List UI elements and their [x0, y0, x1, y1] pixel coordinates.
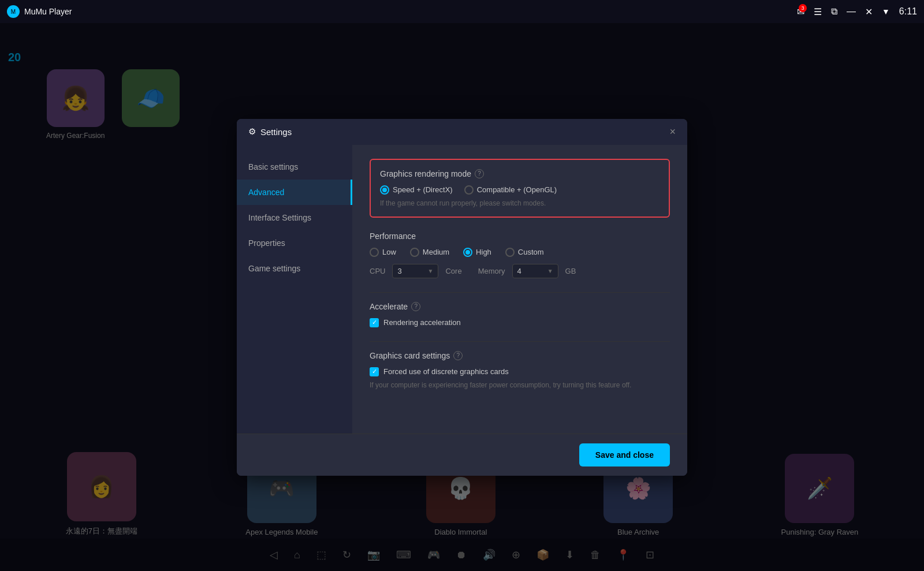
perf-high-option[interactable]: High [463, 248, 491, 257]
graphics-help-icon[interactable]: ? [475, 169, 484, 178]
discrete-gpu-row: ✓ Forced use of discrete graphics cards [370, 367, 670, 376]
settings-gear-icon: ⚙ [248, 126, 256, 137]
clock: 6:11 [899, 6, 917, 17]
app-logo: M MuMu Player [7, 5, 72, 18]
graphics-card-help-icon[interactable]: ? [453, 351, 463, 360]
performance-title: Performance [370, 232, 670, 241]
top-bar-right: ✉ 3 ☰ ⧉ — ✕ ▼ 6:11 [797, 6, 917, 17]
menu-icon[interactable]: ☰ [814, 6, 822, 17]
rendering-acceleration-label: Rendering acceleration [383, 318, 461, 327]
nav-properties[interactable]: Properties [237, 230, 352, 256]
save-and-close-button[interactable]: Save and close [579, 443, 670, 466]
cpu-memory-row: CPU 3 ▼ Core Memory 4 ▼ GB [370, 264, 670, 278]
top-bar: M MuMu Player ✉ 3 ☰ ⧉ — ✕ ▼ 6:11 [0, 0, 924, 23]
app-icon: M [7, 5, 20, 18]
rendering-mode-options: Speed + (DirectX) Compatible + (OpenGL) [380, 185, 660, 195]
cpu-select-arrow: ▼ [428, 268, 434, 274]
rendering-speed-radio[interactable] [380, 185, 389, 195]
memory-select-arrow: ▼ [547, 268, 553, 274]
perf-custom-option[interactable]: Custom [505, 248, 544, 257]
restore-icon[interactable]: ⧉ [831, 6, 837, 17]
mail-icon[interactable]: ✉ 3 [797, 6, 804, 17]
performance-options: Low Medium High Custom [370, 248, 670, 257]
memory-select[interactable]: 4 ▼ [512, 264, 558, 278]
settings-content: Graphics rendering mode ? Speed + (Direc… [352, 145, 687, 434]
discrete-gpu-checkbox[interactable]: ✓ [370, 367, 379, 376]
accelerate-help-icon[interactable]: ? [411, 302, 420, 311]
perf-high-radio[interactable] [463, 248, 472, 257]
cpu-select[interactable]: 3 ▼ [392, 264, 438, 278]
dialog-footer: Save and close [237, 434, 687, 476]
rendering-compatible-option[interactable]: Compatible + (OpenGL) [464, 185, 557, 195]
rendering-acceleration-row: ✓ Rendering acceleration [370, 318, 670, 327]
cpu-label: CPU [370, 267, 385, 275]
rendering-compatible-radio[interactable] [464, 185, 474, 195]
perf-low-option[interactable]: Low [370, 248, 396, 257]
app-title: MuMu Player [24, 7, 72, 16]
dialog-body: Basic settings Advanced Interface Settin… [237, 145, 687, 434]
divider-2 [370, 341, 670, 342]
accelerate-section: Accelerate ? ✓ Rendering acceleration [370, 302, 670, 327]
nav-game-settings[interactable]: Game settings [237, 256, 352, 281]
dialog-title: ⚙ Settings [248, 126, 292, 137]
settings-nav: Basic settings Advanced Interface Settin… [237, 145, 352, 434]
settings-dialog: ⚙ Settings × Basic settings Advanced Int… [237, 119, 687, 476]
memory-label: Memory [478, 267, 505, 275]
close-window-icon[interactable]: ✕ [865, 6, 873, 17]
rendering-hint: If the game cannot run properly, please … [380, 199, 660, 207]
wifi-icon: ▼ [882, 7, 890, 16]
graphics-card-title: Graphics card settings ? [370, 351, 670, 360]
perf-medium-radio[interactable] [410, 248, 419, 257]
memory-unit-label: GB [565, 267, 576, 275]
performance-section: Performance Low Medium Hig [370, 232, 670, 278]
discrete-gpu-hint: If your computer is experiencing faster … [370, 381, 670, 389]
divider-1 [370, 292, 670, 293]
accelerate-title: Accelerate ? [370, 302, 670, 311]
dialog-title-text: Settings [260, 127, 292, 137]
nav-interface-settings[interactable]: Interface Settings [237, 205, 352, 230]
cpu-unit-label: Core [445, 267, 461, 275]
graphics-rendering-title: Graphics rendering mode ? [380, 169, 660, 178]
graphics-rendering-section: Graphics rendering mode ? Speed + (Direc… [370, 159, 670, 218]
minimize-icon[interactable]: — [847, 6, 856, 17]
rendering-acceleration-checkbox[interactable]: ✓ [370, 318, 379, 327]
perf-low-radio[interactable] [370, 248, 379, 257]
perf-custom-radio[interactable] [505, 248, 515, 257]
dialog-close-button[interactable]: × [669, 126, 676, 138]
graphics-card-section: Graphics card settings ? ✓ Forced use of… [370, 351, 670, 389]
rendering-speed-option[interactable]: Speed + (DirectX) [380, 185, 453, 195]
settings-overlay: ⚙ Settings × Basic settings Advanced Int… [0, 23, 924, 571]
nav-basic-settings[interactable]: Basic settings [237, 154, 352, 180]
perf-medium-option[interactable]: Medium [410, 248, 449, 257]
nav-advanced[interactable]: Advanced [237, 180, 352, 205]
discrete-gpu-label: Forced use of discrete graphics cards [383, 367, 509, 376]
dialog-title-bar: ⚙ Settings × [237, 119, 687, 145]
mail-badge-count: 3 [799, 4, 807, 12]
